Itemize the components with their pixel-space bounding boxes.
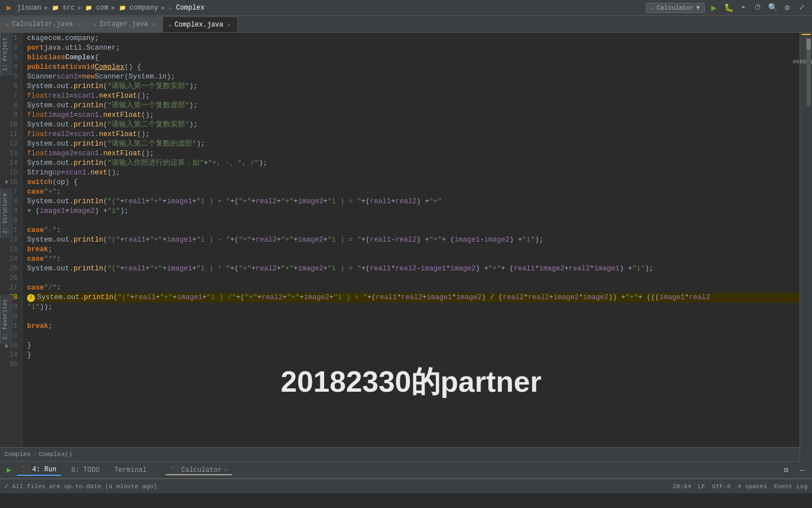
tab-calculator-close[interactable]: ✕ — [76, 20, 81, 28]
code-line-23: break; — [27, 245, 800, 255]
run-bar: ▶ ⬛ 4: Run 6: TODO Terminal ⬛ Calculator… — [0, 462, 812, 479]
minimize-run-icon[interactable]: — — [796, 465, 807, 476]
status-bar: ✓ All files are up-to-date (a minute ago… — [0, 479, 812, 493]
breadcrumb-com[interactable]: 📁 com — [85, 4, 108, 12]
code-line-24: case "*": — [27, 255, 800, 264]
error-marker — [802, 34, 811, 35]
code-line-13: float image2 = scan1.nextFloat(); — [27, 149, 800, 159]
code-line-9: float image1 = scan1.nextFloat(); — [27, 111, 800, 120]
todo-tab[interactable]: 6: TODO — [67, 465, 104, 475]
code-scroll: 1 2 3 ▼4 5 6 7 8 9 10 11 12 13 14 15 ▼16 — [0, 33, 800, 447]
code-line-35 — [27, 360, 800, 370]
toolbar-right: ☕ Calculator ▼ ▶ 🐛 ☂ ⏱ 🔍 ⚙ ⤢ — [646, 2, 807, 14]
scrollbar-indicator[interactable] — [806, 38, 811, 106]
git-status-icon: ✓ — [5, 482, 8, 491]
code-line-31: break; — [27, 322, 800, 331]
code-line-22: System.out.println("("+real1+"+"+image1+… — [27, 235, 800, 245]
sidebar-item-structure[interactable]: Z: Structure — [0, 189, 12, 238]
code-line-15: String op = scan1.next(); — [27, 168, 800, 178]
code-line-3: blic class Complex { — [27, 53, 800, 63]
code-line-17: case "+": — [27, 187, 800, 197]
indent-setting[interactable]: 4 spaces — [738, 483, 767, 490]
code-line-34: } — [27, 351, 800, 360]
status-left: ✓ All files are up-to-date (a minute ago… — [5, 482, 157, 491]
encoding[interactable]: UTF-8 — [712, 483, 731, 490]
vertical-left-tabs: 1: Project Z: Structure 2: Favorites — [0, 33, 12, 462]
tab-intager-close[interactable]: ✕ — [151, 20, 157, 28]
debug-button[interactable]: 🐛 — [723, 2, 734, 14]
code-line-14: System.out.println("请输入你想进行的运算，如"+"+, -,… — [27, 159, 800, 168]
code-line-5: Scanner scan1 = new Scanner(System.in); — [27, 72, 800, 82]
profile-button[interactable]: ⏱ — [752, 2, 764, 14]
event-log-button[interactable]: Event Log — [774, 483, 807, 490]
breadcrumb-company[interactable]: 📁 company — [119, 4, 158, 12]
code-line-21: case "-": — [27, 226, 800, 235]
tab-calculator[interactable]: ☕ Calculator.java ✕ — [0, 16, 87, 32]
code-line-18: System.out.println("("+real1+"+"+image1+… — [27, 197, 800, 207]
search-everywhere-button[interactable]: 🔍 — [767, 2, 778, 14]
code-line-33: } — [27, 341, 800, 351]
cursor-position[interactable]: 28:64 — [673, 483, 691, 490]
code-line-16: switch (op) { — [27, 178, 800, 187]
code-content[interactable]: ckage com.company; port java.util.Scanne… — [23, 33, 800, 447]
scrollbar-thumb[interactable] — [806, 38, 811, 50]
code-line-28: ! System.out.println("("+real1+"+"+image… — [27, 293, 800, 303]
code-line-11: float real2 = scan1.nextFloat(); — [27, 130, 800, 139]
run-tab-close[interactable]: ✕ — [224, 467, 227, 474]
maximize-button[interactable]: ⤢ — [796, 2, 807, 14]
play-button[interactable]: ▶ — [5, 466, 14, 475]
top-bar: ▶ jisuan ▶ 📁 src ▶ 📁 com ▶ 📁 company ▶ ☕… — [0, 0, 812, 16]
active-run-tab[interactable]: ⬛ Calculator ✕ — [166, 465, 232, 475]
bottom-breadcrumb: Complex › Complex() — [0, 447, 800, 462]
run-config-selector[interactable]: ☕ Calculator ▼ — [646, 3, 705, 13]
code-line-10: System.out.println("请输入第二个复数实部"); — [27, 120, 800, 130]
code-line-8: System.out.println("请输入第一个复数虚部"); — [27, 101, 800, 111]
sidebar-item-project[interactable]: 1: Project — [0, 33, 12, 76]
breadcrumb-method[interactable]: Complex() — [39, 451, 72, 458]
coverage-button[interactable]: ☂ — [738, 2, 749, 14]
settings-run-icon[interactable]: ⚙ — [780, 465, 792, 476]
warning-icon-28: ! — [27, 294, 35, 302]
code-line-12: System.out.println("请输入第二个复数的虚部"); — [27, 139, 800, 149]
tab-complex[interactable]: ☕ Complex.java ✕ — [163, 16, 238, 32]
tab-intager[interactable]: ☕ Intager.java ✕ — [87, 16, 162, 32]
code-line-26 — [27, 274, 800, 283]
breadcrumb-src[interactable]: 📁 src — [52, 4, 75, 12]
breadcrumb-jisuan[interactable]: jisuan — [17, 4, 41, 12]
code-line-25: System.out.println("("+real1+"+"+image1+… — [27, 264, 800, 274]
breadcrumb-complex[interactable]: ☕ Complex — [169, 4, 205, 12]
code-line-32 — [27, 331, 800, 341]
code-line-6: System.out.println("请输入第一个复数实部"); — [27, 82, 800, 91]
tabs-bar: ☕ Calculator.java ✕ ☕ Intager.java ✕ ☕ C… — [0, 16, 812, 33]
code-line-29: "i")); — [27, 303, 800, 312]
code-line-30 — [27, 312, 800, 322]
code-line-4: public static void Complex() { — [27, 63, 800, 72]
run-button[interactable]: ▶ — [708, 2, 720, 14]
code-line-1: ckage com.company; — [27, 34, 800, 43]
right-sidebar: Database — [800, 33, 812, 462]
logo-icon: ▶ — [5, 3, 14, 12]
code-line-2: port java.util.Scanner; — [27, 43, 800, 53]
settings-button[interactable]: ⚙ — [782, 2, 793, 14]
run-tab[interactable]: ⬛ 4: Run — [17, 464, 61, 476]
code-line-7: float real1 = scan1.nextFloat(); — [27, 91, 800, 101]
code-line-20 — [27, 216, 800, 226]
terminal-tab[interactable]: Terminal — [110, 465, 152, 475]
status-message: All files are up-to-date (a minute ago) — [12, 483, 157, 490]
status-right: 28:64 LF UTF-8 4 spaces Event Log — [673, 483, 807, 490]
sidebar-item-favorites[interactable]: 2: Favorites — [0, 295, 12, 344]
code-editor[interactable]: 1 2 3 ▼4 5 6 7 8 9 10 11 12 13 14 15 ▼16 — [0, 33, 800, 462]
line-ending[interactable]: LF — [698, 483, 705, 490]
code-line-19: + (image1 + image2) + "i"); — [27, 207, 800, 216]
code-line-27: case "/": — [27, 283, 800, 293]
main-area: 1 2 3 ▼4 5 6 7 8 9 10 11 12 13 14 15 ▼16 — [0, 33, 812, 462]
tab-complex-close[interactable]: ✕ — [226, 21, 232, 29]
